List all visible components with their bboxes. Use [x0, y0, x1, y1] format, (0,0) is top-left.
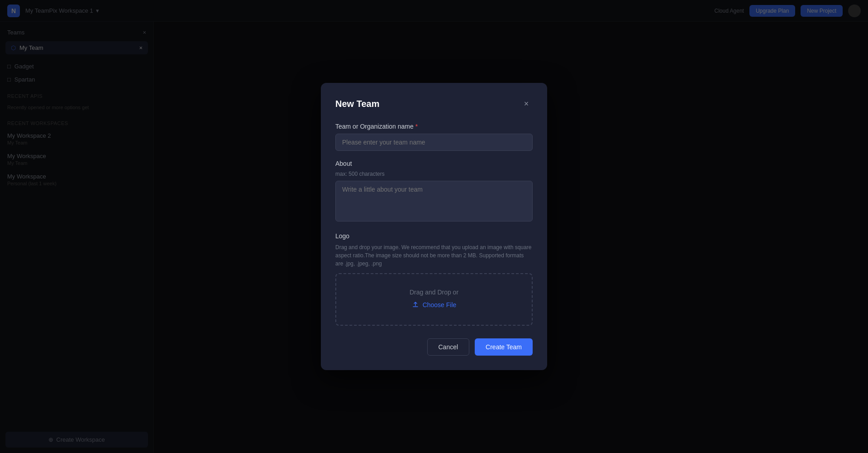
required-indicator: *	[415, 123, 418, 130]
team-name-label: Team or Organization name *	[335, 123, 533, 130]
modal-close-button[interactable]: ×	[520, 97, 533, 110]
create-team-button[interactable]: Create Team	[475, 338, 533, 356]
upload-icon	[412, 301, 419, 308]
logo-description: Drag and drop your image. We recommend t…	[335, 243, 533, 268]
choose-file-button[interactable]: Choose File	[412, 301, 457, 308]
modal-footer: Cancel Create Team	[335, 338, 533, 356]
team-name-input[interactable]	[335, 134, 533, 151]
modal-title: New Team	[335, 99, 379, 109]
drop-zone[interactable]: Drag and Drop or Choose File	[335, 273, 533, 326]
drop-zone-text: Drag and Drop or	[345, 289, 523, 296]
about-group: About max: 500 characters	[335, 160, 533, 223]
about-textarea[interactable]	[335, 181, 533, 222]
new-team-modal: New Team × Team or Organization name * A…	[321, 83, 547, 370]
logo-group: Logo Drag and drop your image. We recomm…	[335, 232, 533, 326]
about-label: About	[335, 160, 533, 167]
cancel-button[interactable]: Cancel	[427, 338, 470, 356]
modal-header: New Team ×	[335, 97, 533, 110]
logo-label: Logo	[335, 232, 533, 240]
team-name-group: Team or Organization name *	[335, 123, 533, 151]
about-sublabel: max: 500 characters	[335, 171, 533, 177]
